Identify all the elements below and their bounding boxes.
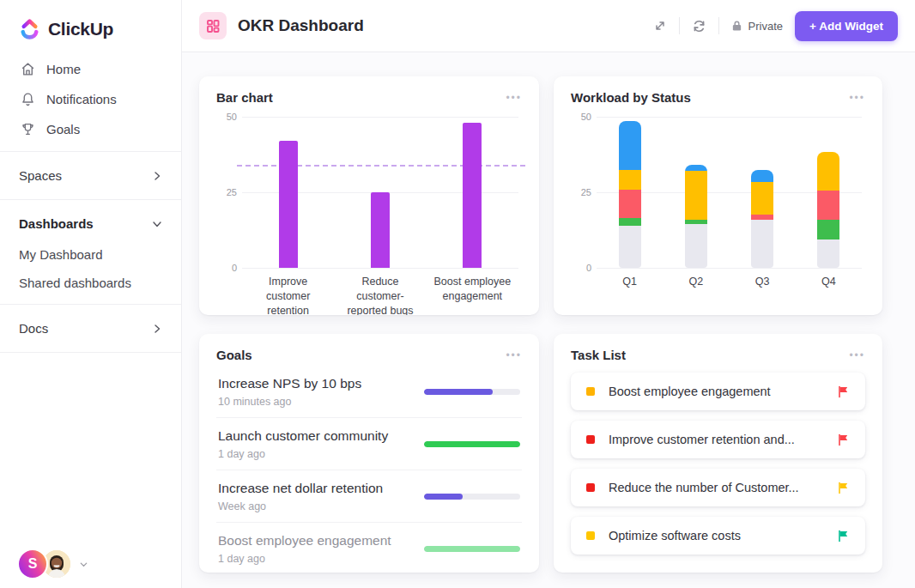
dashboard-header: OKR Dashboard — [182, 0, 915, 52]
add-widget-button[interactable]: + Add Widget — [795, 11, 898, 41]
page-title: OKR Dashboard — [238, 16, 364, 35]
goal-row[interactable]: Increase net dollar retentionWeek ago — [216, 470, 522, 523]
priority-flag-icon[interactable] — [837, 482, 850, 494]
sidebar-item-my-dashboard[interactable]: My Dashboard — [0, 240, 181, 269]
sidebar-item-shared-dashboards[interactable]: Shared dashboards — [0, 269, 181, 297]
segment-status-green — [619, 218, 641, 226]
x-category-label: Q2 — [663, 275, 729, 289]
goals-list: Increase NPS by 10 bps10 minutes agoLaun… — [216, 366, 522, 573]
bar-2[interactable] — [371, 192, 390, 268]
x-category-label: Q4 — [796, 275, 862, 289]
stacked-bar-q3[interactable] — [751, 170, 773, 268]
task-row[interactable]: Reduce the number of Customer... — [571, 469, 865, 506]
widget-goals: Goals ••• Increase NPS by 10 bps10 minut… — [199, 334, 539, 573]
goal-timestamp: 1 day ago — [218, 553, 391, 565]
widget-menu-icon[interactable]: ••• — [849, 93, 865, 103]
user-avatar-group[interactable]: S — [17, 549, 88, 579]
privacy-toggle[interactable]: Private — [731, 20, 783, 33]
x-category-label: Improve customer retention — [242, 275, 334, 315]
y-tick-label: 50 — [218, 112, 237, 122]
goal-timestamp: 1 day ago — [218, 448, 388, 460]
stacked-bar-q1[interactable] — [619, 121, 641, 268]
avatar[interactable]: S — [17, 549, 48, 579]
bar-column — [242, 117, 334, 268]
sidebar-item-label: Goals — [46, 122, 80, 136]
chevron-down-icon — [152, 219, 162, 229]
goal-progress-track — [424, 546, 520, 552]
widget-task-list: Task List ••• Boost employee engagementI… — [554, 334, 882, 573]
segment-status-blue — [751, 170, 773, 182]
bar-chart-plot: 02550 — [242, 117, 518, 268]
task-list: Boost employee engagementImprove custome… — [571, 373, 865, 555]
sidebar: ClickUp Home Notifications Goals Spaces — [0, 0, 182, 588]
task-row[interactable]: Improve customer retention and... — [571, 421, 865, 458]
sidebar-item-dashboards[interactable]: Dashboards — [0, 207, 181, 240]
segment-status-yellow — [685, 171, 707, 219]
widget-title: Bar chart — [216, 90, 273, 105]
segment-status-yellow — [817, 152, 839, 191]
segment-status-blue — [619, 121, 641, 169]
bar-column — [663, 117, 729, 268]
widget-menu-icon[interactable]: ••• — [849, 350, 865, 361]
goal-timestamp: Week ago — [218, 500, 383, 512]
sidebar-item-goals[interactable]: Goals — [0, 114, 181, 144]
x-category-label: Q1 — [597, 275, 663, 289]
task-status-icon[interactable] — [586, 387, 595, 396]
widget-menu-icon[interactable]: ••• — [506, 350, 522, 361]
stacked-chart-plot: 02550 — [597, 117, 862, 268]
goal-row[interactable]: Increase NPS by 10 bps10 minutes ago — [216, 366, 522, 418]
widget-title: Goals — [216, 348, 252, 362]
bar-1[interactable] — [279, 141, 298, 268]
goal-title: Boost employee engagement — [218, 533, 391, 549]
clickup-logo[interactable]: ClickUp — [0, 10, 181, 54]
priority-flag-icon[interactable] — [837, 433, 850, 446]
sidebar-item-label: Shared dashboards — [19, 276, 131, 290]
bell-icon — [21, 92, 35, 106]
task-status-icon[interactable] — [586, 483, 595, 492]
x-category-label: Reduce customer-reported bugs — [334, 275, 426, 315]
sidebar-item-home[interactable]: Home — [0, 54, 181, 84]
task-row[interactable]: Boost employee engagement — [571, 373, 865, 410]
segment-status-red — [619, 190, 641, 218]
x-category-label: Q3 — [730, 275, 796, 289]
task-status-icon[interactable] — [586, 531, 595, 540]
goal-progress-fill — [424, 494, 463, 500]
chevron-right-icon — [152, 171, 162, 181]
widget-workload-by-status: Workload by Status ••• 02550 Q1Q2Q3Q4 — [554, 76, 882, 315]
sidebar-item-docs[interactable]: Docs — [0, 312, 181, 345]
goal-title: Increase NPS by 10 bps — [218, 376, 361, 391]
goal-progress-fill — [424, 546, 520, 552]
priority-flag-icon[interactable] — [837, 530, 850, 543]
task-status-icon[interactable] — [586, 435, 595, 444]
bar-3[interactable] — [463, 123, 482, 268]
goal-progress-fill — [424, 389, 493, 395]
expand-icon[interactable] — [653, 19, 667, 33]
toolbar-divider — [679, 17, 680, 34]
sidebar-item-notifications[interactable]: Notifications — [0, 84, 181, 114]
task-title: Reduce the number of Customer... — [609, 481, 837, 494]
bars-row — [597, 117, 862, 268]
main-area: OKR Dashboard — [182, 0, 915, 588]
goal-row[interactable]: Launch customer community1 day ago — [216, 418, 522, 470]
dashboard-grid-icon — [205, 18, 221, 33]
bar-chart-category-labels: Improve customer retentionReduce custome… — [242, 275, 518, 315]
goal-row[interactable]: Boost employee engagement1 day ago — [216, 523, 522, 573]
segment-status-gray — [817, 239, 839, 268]
stacked-bar-q2[interactable] — [685, 165, 707, 268]
refresh-icon[interactable] — [692, 19, 706, 33]
widget-menu-icon[interactable]: ••• — [506, 93, 522, 103]
privacy-label: Private — [748, 20, 783, 33]
priority-flag-icon[interactable] — [837, 385, 850, 398]
segment-status-gray — [751, 220, 773, 268]
stacked-bar-q4[interactable] — [817, 152, 839, 269]
chevron-right-icon — [152, 324, 162, 334]
chevron-down-icon[interactable] — [79, 560, 88, 569]
sidebar-item-label: Notifications — [46, 92, 117, 106]
bar-column — [334, 117, 426, 268]
segment-status-yellow — [751, 182, 773, 215]
task-row[interactable]: Optimize software costs — [571, 517, 865, 555]
y-tick-label: 25 — [218, 187, 237, 197]
sidebar-divider — [0, 304, 181, 305]
sidebar-item-spaces[interactable]: Spaces — [0, 159, 181, 192]
goal-progress-track — [424, 389, 520, 395]
